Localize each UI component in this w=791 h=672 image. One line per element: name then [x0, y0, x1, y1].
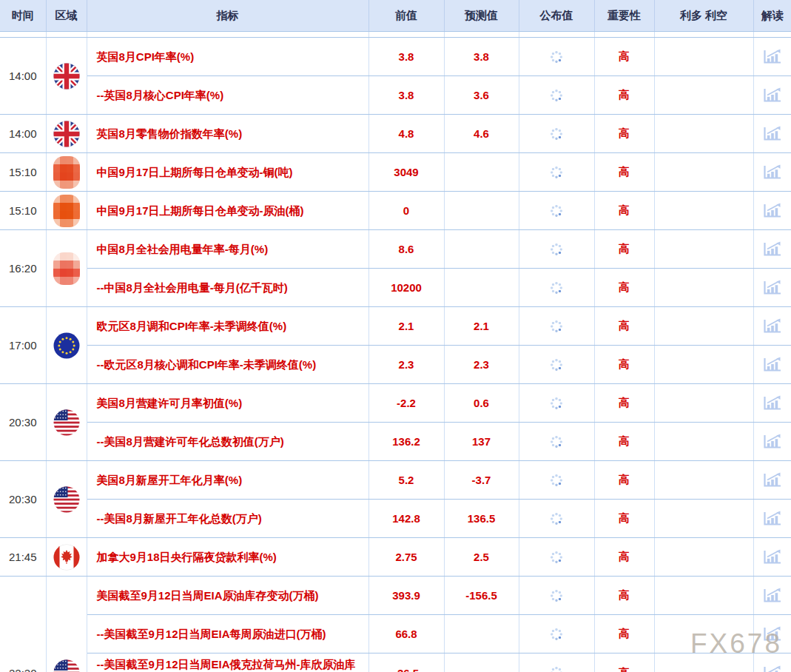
indicator-label: --美国8月新屋开工年化总数(万户)	[87, 500, 368, 538]
bull-bear-cell	[654, 461, 753, 500]
chart-icon[interactable]	[762, 125, 782, 142]
prev-value: 5.2	[368, 461, 444, 500]
col-header-time: 时间	[0, 0, 46, 32]
chart-icon[interactable]	[762, 317, 782, 335]
interpret-cell	[753, 577, 791, 615]
interpret-cell	[753, 423, 791, 461]
col-header-interpret: 解读	[753, 0, 791, 32]
interpret-cell	[753, 192, 791, 230]
importance-badge: 高	[594, 307, 654, 346]
chart-icon[interactable]	[762, 510, 782, 527]
interpret-cell	[753, 230, 791, 269]
loading-spinner-icon	[549, 472, 564, 485]
indicator-label: 欧元区8月调和CPI年率-未季调终值(%)	[87, 307, 368, 346]
time-cell: 14:00	[0, 38, 46, 115]
flag-uk-icon	[53, 63, 80, 90]
prev-value: 10200	[368, 269, 444, 307]
forecast-value: 3.8	[444, 38, 519, 76]
col-header-published: 公布值	[519, 0, 594, 32]
forecast-value: 0.6	[444, 384, 519, 423]
flag-ca-icon	[53, 544, 80, 571]
forecast-value: 4.6	[444, 115, 519, 153]
forecast-value: 2.3	[444, 346, 519, 384]
chart-icon[interactable]	[762, 356, 782, 373]
calendar-row: --欧元区8月核心调和CPI年率-未季调终值(%)2.32.3高	[0, 346, 791, 384]
calendar-row: 17:00欧元区8月调和CPI年率-未季调终值(%)2.12.1高	[0, 307, 791, 346]
calendar-row: 20:30美国8月新屋开工年化月率(%)5.2-3.7高	[0, 461, 791, 500]
prev-value: -2.2	[368, 384, 444, 423]
interpret-cell	[753, 615, 791, 653]
chart-icon[interactable]	[762, 87, 782, 104]
loading-spinner-icon	[549, 588, 564, 600]
chart-icon[interactable]	[762, 471, 782, 488]
spacer-cell	[46, 32, 87, 38]
importance-badge: 高	[594, 346, 654, 384]
time-cell: 16:20	[0, 230, 46, 307]
calendar-row: 15:10中国9月17日上期所每日仓单变动-铜(吨)3049高	[0, 153, 791, 192]
calendar-row: --美国截至9月12日当周EIA每周原油进口(万桶)66.8高	[0, 615, 791, 653]
chart-icon[interactable]	[762, 548, 782, 565]
forecast-value	[444, 192, 519, 230]
prev-value: 4.8	[368, 115, 444, 153]
calendar-row: 14:00 英国8月零售物价指数年率(%)4.84.6高	[0, 115, 791, 153]
economic-calendar-table: 时间 区域 指标 前值 预测值 公布值 重要性 利多 利空 解读 14:00 英…	[0, 0, 791, 672]
forecast-value: 2.5	[444, 538, 519, 577]
time-cell: 20:30	[0, 384, 46, 461]
published-cell	[519, 269, 594, 307]
indicator-label: 加拿大9月18日央行隔夜贷款利率(%)	[87, 538, 368, 577]
forecast-value	[444, 230, 519, 269]
chart-icon[interactable]	[762, 279, 782, 296]
importance-badge: 高	[594, 500, 654, 538]
bull-bear-cell	[654, 500, 753, 538]
bull-bear-cell	[654, 269, 753, 307]
region-cell	[46, 115, 87, 153]
published-cell	[519, 423, 594, 461]
importance-badge: 高	[594, 115, 654, 153]
loading-spinner-icon	[549, 241, 564, 254]
col-header-region: 区域	[46, 0, 87, 32]
region-cell	[46, 307, 87, 384]
calendar-row: 21:45 加拿大9月18日央行隔夜贷款利率(%)2.752.5高	[0, 538, 791, 577]
chart-icon[interactable]	[762, 394, 782, 411]
bull-bear-cell	[654, 615, 753, 653]
chart-icon[interactable]	[762, 202, 782, 219]
chart-icon[interactable]	[762, 625, 782, 642]
flag-us-icon	[53, 659, 80, 672]
indicator-label: 中国9月17日上期所每日仓单变动-铜(吨)	[87, 153, 368, 192]
prev-value: 3049	[368, 153, 444, 192]
chart-icon[interactable]	[762, 241, 782, 258]
region-cell	[46, 153, 87, 192]
interpret-cell	[753, 538, 791, 577]
chart-icon[interactable]	[762, 433, 782, 450]
published-cell	[519, 500, 594, 538]
prev-value: 393.9	[368, 577, 444, 615]
published-cell	[519, 653, 594, 672]
calendar-row: --美国截至9月12日当周EIA俄克拉荷马州-库欣原油库存(万桶)-36.5高	[0, 653, 791, 672]
published-cell	[519, 577, 594, 615]
published-cell	[519, 307, 594, 346]
bull-bear-cell	[654, 423, 753, 461]
forecast-value: 3.6	[444, 76, 519, 115]
importance-badge: 高	[594, 653, 654, 672]
time-cell: 15:10	[0, 153, 46, 192]
bull-bear-cell	[654, 384, 753, 423]
col-header-bull-bear: 利多 利空	[654, 0, 753, 32]
loading-spinner-icon	[549, 318, 564, 331]
bull-bear-cell	[654, 346, 753, 384]
prev-value: 2.1	[368, 307, 444, 346]
interpret-cell	[753, 346, 791, 384]
chart-icon[interactable]	[762, 587, 782, 604]
published-cell	[519, 346, 594, 384]
chart-icon[interactable]	[762, 164, 782, 181]
indicator-label: 美国截至9月12日当周EIA原油库存变动(万桶)	[87, 577, 368, 615]
importance-badge: 高	[594, 38, 654, 76]
region-cell	[46, 230, 87, 307]
loading-spinner-icon	[549, 126, 564, 138]
published-cell	[519, 192, 594, 230]
chart-icon[interactable]	[762, 665, 782, 672]
prev-value: 66.8	[368, 615, 444, 653]
loading-spinner-icon	[549, 626, 564, 639]
importance-badge: 高	[594, 577, 654, 615]
indicator-label: --美国截至9月12日当周EIA每周原油进口(万桶)	[87, 615, 368, 653]
chart-icon[interactable]	[762, 48, 782, 65]
